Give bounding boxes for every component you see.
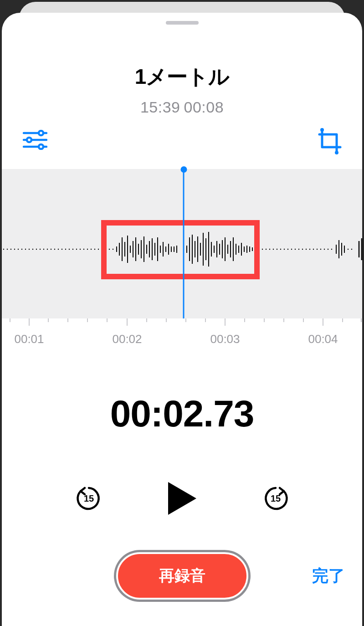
svg-point-57: [324, 249, 325, 250]
bottom-action-row: 再録音 完了: [2, 552, 362, 607]
svg-point-40: [262, 249, 263, 250]
svg-point-44: [277, 249, 277, 250]
svg-point-41: [266, 249, 267, 250]
svg-point-39: [258, 249, 259, 250]
recording-header: 1メートル 15:3900:08: [2, 63, 362, 116]
rewind-15-icon: 15: [76, 485, 102, 512]
svg-point-45: [280, 249, 281, 250]
svg-text:15: 15: [270, 493, 280, 503]
svg-point-22: [54, 249, 55, 250]
forward-15-icon: 15: [262, 485, 289, 512]
svg-point-58: [328, 249, 328, 250]
svg-point-25: [65, 249, 66, 250]
svg-point-11: [14, 249, 15, 250]
current-time: 00:02.73: [2, 392, 362, 435]
sheet-grabber[interactable]: [166, 21, 199, 25]
ruler-ticks: [2, 318, 362, 331]
recording-subline: 15:3900:08: [2, 98, 362, 116]
svg-point-4: [27, 138, 31, 142]
svg-point-26: [69, 249, 70, 250]
svg-point-53: [309, 249, 310, 250]
ruler-labels: 00:01 00:02 00:03 00:04: [2, 331, 362, 349]
sliders-icon: [23, 130, 47, 150]
svg-point-23: [58, 249, 59, 250]
timeline-ruler[interactable]: 00:01 00:02 00:03 00:04: [2, 318, 362, 350]
ruler-label: 00:04: [308, 332, 338, 346]
ruler-label: 00:03: [210, 332, 240, 346]
svg-point-33: [94, 249, 95, 250]
svg-point-37: [109, 249, 110, 250]
playback-controls: 15 15: [2, 479, 362, 518]
svg-point-3: [39, 131, 43, 135]
svg-point-24: [62, 249, 62, 250]
svg-point-46: [284, 249, 285, 250]
svg-point-21: [51, 249, 51, 250]
svg-point-17: [36, 249, 37, 250]
svg-point-34: [98, 249, 99, 250]
svg-point-48: [291, 249, 292, 250]
ruler-label: 00:02: [112, 332, 142, 346]
playhead[interactable]: [183, 170, 185, 324]
done-label: 完了: [312, 566, 345, 585]
svg-point-10: [10, 249, 11, 250]
done-button[interactable]: 完了: [312, 565, 345, 587]
svg-point-54: [313, 249, 314, 250]
svg-point-60: [348, 249, 349, 250]
svg-point-31: [87, 249, 88, 250]
rerecord-button[interactable]: 再録音: [116, 552, 248, 600]
svg-point-51: [302, 249, 303, 250]
crop-icon: [317, 128, 344, 155]
svg-point-30: [83, 249, 84, 250]
svg-point-43: [273, 249, 274, 250]
recording-editor-sheet: 1メートル 15:3900:08: [2, 13, 362, 626]
svg-point-18: [40, 249, 41, 250]
recording-duration: 00:08: [184, 98, 224, 116]
svg-point-28: [76, 249, 77, 250]
rerecord-label: 再録音: [159, 565, 205, 586]
svg-point-52: [306, 249, 307, 250]
svg-point-36: [105, 249, 106, 250]
svg-point-35: [102, 249, 103, 250]
svg-point-9: [7, 249, 8, 250]
settings-button[interactable]: [23, 130, 47, 152]
svg-point-59: [331, 249, 332, 250]
ruler-label: 00:01: [14, 332, 44, 346]
svg-point-61: [351, 249, 352, 250]
waveform-display: [2, 169, 362, 318]
svg-point-55: [317, 249, 318, 250]
svg-point-50: [298, 249, 299, 250]
recording-title[interactable]: 1メートル: [2, 63, 362, 91]
recording-time-of-day: 15:39: [140, 98, 180, 116]
svg-point-13: [21, 249, 22, 250]
svg-point-20: [47, 249, 48, 250]
play-button[interactable]: [163, 479, 202, 518]
waveform-area[interactable]: [2, 169, 362, 318]
svg-point-14: [25, 249, 26, 250]
svg-point-5: [39, 144, 43, 149]
svg-point-49: [295, 249, 296, 250]
svg-point-8: [3, 249, 4, 250]
trim-button[interactable]: [317, 128, 344, 157]
svg-text:15: 15: [83, 493, 93, 503]
svg-point-42: [269, 249, 270, 250]
svg-point-15: [29, 249, 30, 250]
svg-point-12: [18, 249, 19, 250]
forward-15-button[interactable]: 15: [261, 484, 290, 513]
svg-point-32: [91, 249, 92, 250]
svg-point-6: [320, 128, 324, 132]
svg-point-16: [32, 249, 33, 250]
editor-toolbar: [2, 128, 362, 164]
svg-point-56: [320, 249, 321, 250]
svg-point-7: [335, 151, 338, 154]
svg-point-38: [113, 249, 113, 250]
svg-point-29: [80, 249, 81, 250]
rewind-15-button[interactable]: 15: [74, 484, 103, 513]
play-icon: [166, 480, 198, 517]
svg-point-27: [72, 249, 73, 250]
svg-point-47: [287, 249, 288, 250]
svg-point-19: [43, 249, 44, 250]
